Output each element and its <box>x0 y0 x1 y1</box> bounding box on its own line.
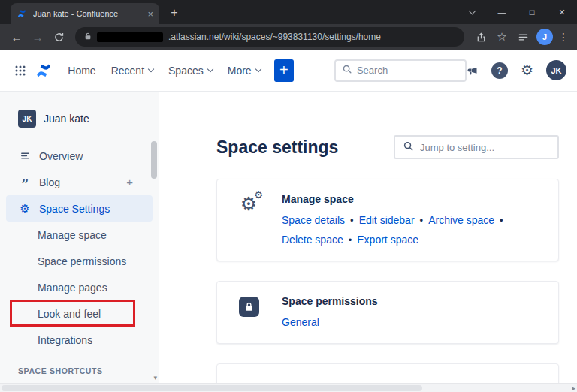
page-content: JK Juan kate Overview ” Blog + ⚙ Space <box>0 92 577 383</box>
main-header: Space settings <box>216 135 559 159</box>
nav-more[interactable]: More <box>220 60 268 81</box>
chevron-down-icon <box>207 66 213 72</box>
url-text: .atlassian.net/wiki/spaces/~993831130/se… <box>168 32 381 42</box>
nav-home[interactable]: Home <box>60 60 103 81</box>
partial-card <box>216 363 559 383</box>
sidebar-scrollbar-thumb[interactable] <box>151 141 157 179</box>
nav-recent[interactable]: Recent <box>104 60 161 81</box>
app-switcher-button[interactable] <box>11 59 30 82</box>
back-button[interactable]: ← <box>6 26 27 47</box>
sidebar-item-label: Manage pages <box>38 282 107 294</box>
space-name: Juan kate <box>44 113 89 125</box>
tab-title: Juan kate - Confluence <box>33 9 141 18</box>
space-header[interactable]: JK Juan kate <box>0 110 159 128</box>
sidebar-item-blog[interactable]: ” Blog + <box>6 169 153 195</box>
jump-to-setting-input[interactable] <box>420 142 550 153</box>
browser-titlebar: Juan kate - Confluence × + — □ × <box>0 0 577 24</box>
gear-small-icon: ⚙ <box>254 190 263 200</box>
help-button[interactable]: ? <box>491 62 508 79</box>
export-space-link[interactable]: Export space <box>357 234 418 246</box>
scroll-right-button[interactable]: ▸ <box>572 384 575 392</box>
create-button[interactable]: + <box>274 59 294 82</box>
sidebar-item-label: Look and feel <box>38 308 101 320</box>
archive-space-link[interactable]: Archive space <box>428 214 494 226</box>
settings-button[interactable]: ⚙ <box>521 63 533 77</box>
sidebar-item-integrations[interactable]: Integrations <box>6 327 153 353</box>
delete-space-link[interactable]: Delete space <box>282 234 343 246</box>
megaphone-icon <box>467 65 479 77</box>
tab-search-chevron[interactable] <box>457 0 487 24</box>
horizontal-scrollbar[interactable]: ▸ <box>0 383 577 392</box>
window-close-button[interactable]: × <box>547 0 577 24</box>
nav-spaces[interactable]: Spaces <box>161 60 220 81</box>
url-redaction-box <box>97 32 163 42</box>
share-button[interactable] <box>470 26 491 47</box>
forward-button[interactable]: → <box>27 26 48 47</box>
space-nav: Overview ” Blog + ⚙ Space Settings Manag… <box>0 143 159 353</box>
profile-avatar[interactable]: J <box>536 29 553 45</box>
sidebar-item-overview[interactable]: Overview <box>6 143 153 169</box>
omnibox[interactable]: .atlassian.net/wiki/spaces/~993831130/se… <box>75 27 464 47</box>
reading-list-button[interactable] <box>512 26 533 47</box>
sidebar-item-label: Space permissions <box>38 255 126 267</box>
sidebar-item-look-and-feel[interactable]: Look and feel <box>6 300 153 327</box>
confluence-logo[interactable] <box>33 61 54 80</box>
card-title: Space permissions <box>282 295 378 307</box>
link-row: General <box>282 316 378 328</box>
maximize-button[interactable]: □ <box>517 0 547 24</box>
nav-label: Recent <box>111 65 144 77</box>
app-header: Home Recent Spaces More + <box>0 50 577 92</box>
chevron-down-icon <box>468 7 476 14</box>
user-avatar[interactable]: JK <box>546 60 566 80</box>
sidebar-item-space-permissions[interactable]: Space permissions <box>6 248 153 274</box>
nav-label: More <box>228 65 252 77</box>
tab-close-button[interactable]: × <box>147 9 153 19</box>
space-shortcuts-header: SPACE SHORTCUTS <box>0 366 159 375</box>
nav-label: Spaces <box>168 65 204 77</box>
link-row: Space details • Edit sidebar • Archive s… <box>282 214 509 226</box>
lock-icon <box>84 30 92 44</box>
card-title: Manage space <box>282 193 509 205</box>
sidebar-scroll-down-button[interactable]: ▾ <box>153 375 157 381</box>
bookmark-star-button[interactable]: ☆ <box>491 26 512 47</box>
add-blog-button[interactable]: + <box>126 176 133 188</box>
page-title: Space settings <box>216 137 338 158</box>
lock-icon <box>239 297 259 317</box>
horizontal-scrollbar-thumb[interactable] <box>2 385 422 391</box>
sidebar-item-manage-pages[interactable]: Manage pages <box>6 274 153 300</box>
blog-icon: ” <box>18 182 32 188</box>
minimize-button[interactable]: — <box>487 0 517 24</box>
bullet-separator: • <box>500 215 503 226</box>
sidebar-scrollbar[interactable] <box>151 141 157 371</box>
edit-sidebar-link[interactable]: Edit sidebar <box>359 214 415 226</box>
refresh-icon <box>53 32 65 43</box>
jump-to-setting-search[interactable] <box>394 135 559 159</box>
refresh-button[interactable] <box>48 26 69 47</box>
search-icon <box>403 140 414 155</box>
share-icon <box>476 32 487 43</box>
browser-tab[interactable]: Juan kate - Confluence × <box>11 3 159 24</box>
search-icon <box>342 64 352 77</box>
grid-icon <box>14 65 26 77</box>
space-details-link[interactable]: Space details <box>282 214 345 226</box>
bullet-separator: • <box>350 215 354 226</box>
space-avatar: JK <box>18 110 36 128</box>
new-tab-button[interactable]: + <box>165 4 183 22</box>
browser-toolbar: ← → .atlassian.net/wiki/spaces/~99383113… <box>0 24 577 50</box>
main-content: Space settings ⚙ ⚙ Manage space <box>159 92 577 383</box>
bullet-separator: • <box>420 215 424 226</box>
announcements-button[interactable] <box>467 65 479 77</box>
header-search[interactable] <box>334 59 467 82</box>
sidebar-item-label: Integrations <box>38 334 92 346</box>
sidebar-item-label: Manage space <box>38 229 107 241</box>
sidebar-item-label: Overview <box>39 150 83 162</box>
link-row: Delete space • Export space <box>282 234 509 246</box>
overview-icon <box>18 150 32 161</box>
manage-space-gears-icon: ⚙ ⚙ <box>235 193 262 246</box>
sidebar-item-space-settings[interactable]: ⚙ Space Settings <box>6 195 153 222</box>
chevron-down-icon <box>255 66 261 72</box>
browser-menu-button[interactable]: ⋮ <box>556 31 571 43</box>
search-input[interactable] <box>357 65 459 76</box>
sidebar-item-manage-space[interactable]: Manage space <box>6 222 153 248</box>
general-link[interactable]: General <box>282 316 319 328</box>
